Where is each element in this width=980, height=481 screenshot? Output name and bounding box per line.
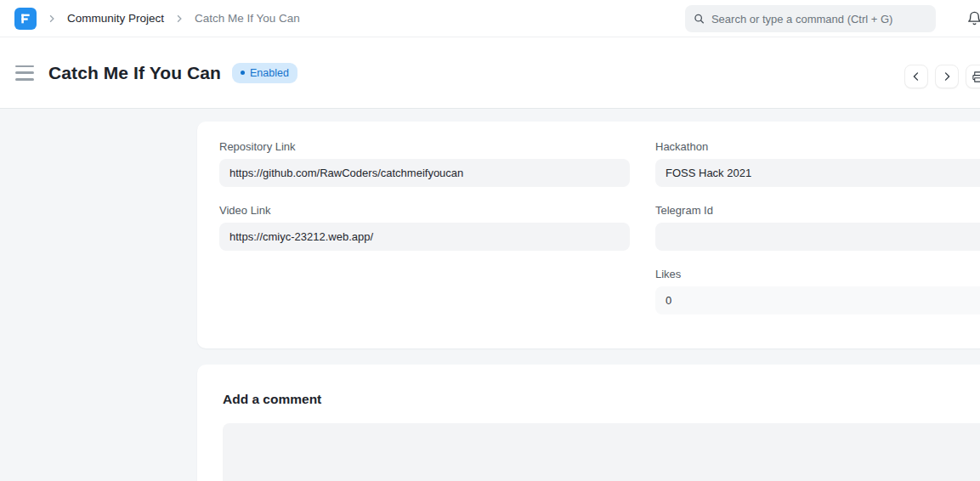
- print-button[interactable]: [966, 65, 980, 88]
- field-hackathon: Hackathon: [655, 140, 980, 187]
- status-dot-icon: [241, 71, 245, 75]
- hamburger-menu-icon[interactable]: [15, 65, 34, 81]
- form-section-card: Repository Link Video Link Hackathon Tel…: [197, 122, 980, 348]
- video-link-input[interactable]: [219, 223, 630, 251]
- repository-link-label: Repository Link: [219, 140, 630, 153]
- top-navbar: Community Project Catch Me If You Can: [0, 0, 980, 37]
- notifications-button[interactable]: [963, 8, 980, 31]
- form-grid: Repository Link Video Link Hackathon Tel…: [219, 140, 980, 331]
- likes-input: [655, 286, 980, 314]
- field-telegram-id: Telegram Id: [655, 204, 980, 251]
- header-actions: [904, 65, 980, 88]
- status-badge-label: Enabled: [250, 67, 289, 79]
- chevron-left-icon: [911, 71, 921, 82]
- frappe-f-glyph: [19, 12, 32, 25]
- status-badge: Enabled: [232, 63, 297, 83]
- hackathon-input[interactable]: [655, 159, 980, 187]
- form-column-left: Repository Link Video Link: [219, 140, 630, 331]
- frappe-logo-icon[interactable]: [14, 8, 37, 30]
- global-search[interactable]: [685, 5, 936, 32]
- main-content: Repository Link Video Link Hackathon Tel…: [0, 109, 980, 481]
- chevron-right-icon: [48, 14, 56, 23]
- breadcrumb-community-project[interactable]: Community Project: [67, 12, 164, 25]
- telegram-id-label: Telegram Id: [655, 204, 980, 217]
- field-repository-link: Repository Link: [219, 140, 630, 187]
- form-column-right: Hackathon Telegram Id Likes: [655, 140, 980, 331]
- telegram-id-input[interactable]: [655, 223, 980, 251]
- breadcrumb-current-doc: Catch Me If You Can: [195, 12, 300, 25]
- field-likes: Likes: [655, 268, 980, 314]
- comment-section-card: Add a comment: [197, 365, 980, 481]
- page-header: Catch Me If You Can Enabled: [0, 37, 980, 109]
- page-title: Catch Me If You Can: [48, 63, 221, 83]
- add-comment-heading: Add a comment: [223, 392, 980, 407]
- next-document-button[interactable]: [935, 65, 959, 88]
- search-icon: [694, 13, 705, 25]
- chevron-right-icon: [942, 71, 952, 82]
- bell-icon: [966, 10, 980, 26]
- previous-document-button[interactable]: [904, 65, 928, 88]
- search-input[interactable]: [711, 13, 927, 25]
- comment-input[interactable]: [223, 423, 980, 481]
- chevron-right-icon: [175, 14, 184, 23]
- field-video-link: Video Link: [219, 204, 630, 251]
- hackathon-label: Hackathon: [655, 140, 980, 153]
- likes-label: Likes: [655, 268, 980, 280]
- printer-icon: [972, 71, 980, 83]
- video-link-label: Video Link: [219, 204, 630, 217]
- repository-link-input[interactable]: [219, 159, 630, 187]
